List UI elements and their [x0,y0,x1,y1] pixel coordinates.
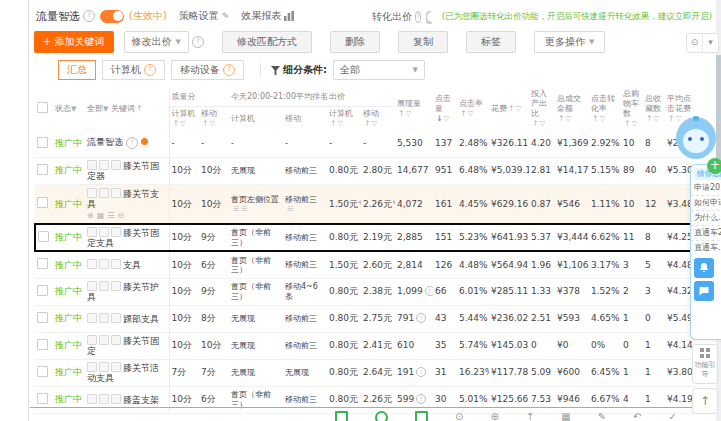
kw-quick-action-icon[interactable] [87,362,97,372]
col-cvr[interactable]: 点击转化率↑▽ [589,88,621,130]
info-icon[interactable]: ! [416,313,426,323]
help-icon[interactable]: ? [223,64,235,76]
faq-item[interactable]: 直通车…广计划? [691,240,721,255]
row-checkbox[interactable] [37,258,48,269]
col-cart[interactable]: 总购物车数↑▽ [621,88,643,130]
sort-icon[interactable]: ↑ [624,119,631,128]
filter-funnel-icon[interactable]: ▽ [540,120,545,128]
filter-select[interactable]: 全部▼ [333,60,425,80]
list-icon[interactable]: ☰ [241,205,247,213]
sort-icon[interactable]: ↑ [364,119,371,128]
sort-icon[interactable]: ↑ [592,114,599,123]
col-ctr[interactable]: 点击率↑▽ [457,88,489,130]
edit-icon[interactable]: ✎ [392,199,395,209]
tab-summary[interactable]: 汇总 [58,60,96,80]
conversion-bid-toggle[interactable] [426,11,433,24]
kw-quick-action-icon[interactable] [87,394,97,404]
sort-icon[interactable]: ↑ [508,104,515,113]
list-icon[interactable]: ☰ [107,211,117,220]
row-checkbox[interactable] [37,366,48,377]
keyword-name[interactable]: 膝关节固定支具 [87,228,159,248]
kw-quick-action-icon[interactable] [87,160,97,170]
keyword-name[interactable]: 膝关节护具 [87,282,159,302]
kw-quick-action-icon[interactable] [99,259,109,269]
tab-pc[interactable]: 计算机? [102,60,165,80]
kw-quick-action-icon[interactable] [99,394,109,404]
kw-quick-action-icon[interactable] [99,313,109,323]
filter-funnel-icon[interactable]: ▽ [632,120,637,128]
sort-icon[interactable]: ↑ [532,119,539,128]
cell-bid-mobile[interactable]: 2.75元 [361,305,395,332]
sort-icon[interactable]: ↑ [202,119,209,128]
kw-quick-action-icon[interactable] [99,160,109,170]
grid-icon[interactable]: ▦ [561,411,570,421]
add-icon[interactable]: ⊕ [490,411,498,421]
kw-quick-action-icon[interactable] [111,335,121,345]
cell-bid-pc[interactable]: 0.80元 [327,332,361,359]
filter-funnel-icon[interactable]: ▽ [600,115,605,123]
filter-funnel-icon[interactable]: ▽ [338,120,343,128]
cell-bid-pc[interactable]: 0.80元 [327,359,361,386]
list-icon[interactable]: ☰ [287,205,293,213]
faq-item[interactable]: 申请20… [691,181,721,195]
row-checkbox[interactable] [37,285,48,296]
row-checkbox[interactable] [37,164,48,175]
cell-bid-pc[interactable]: 0.80元 [327,305,361,332]
feature-guide-button[interactable]: 功能引导 [692,344,718,384]
cell-bid-mobile[interactable]: 2.80元 [361,157,395,184]
kw-quick-action-icon[interactable] [87,188,97,198]
help-icon[interactable]: ? [192,36,204,48]
kw-quick-action-icon[interactable] [111,281,121,291]
plus-badge-icon[interactable]: + [707,158,721,174]
keyword-name[interactable]: 膝关节活动支具 [87,363,159,383]
row-checkbox[interactable] [37,312,48,323]
info-icon[interactable]: ! [416,394,426,404]
copy-button[interactable]: 复制 [398,31,448,53]
kw-quick-action-icon[interactable] [111,259,121,269]
col-quality-pc[interactable]: 计算机↑▽ [169,107,199,130]
cell-bid-mobile[interactable]: 2.26元✎ [361,184,395,224]
faq-item[interactable]: 如何申请…图片功能 [691,195,721,210]
edit-icon[interactable]: ✎ [358,199,361,209]
row-checkbox[interactable] [37,339,48,350]
kw-quick-action-icon[interactable] [111,188,121,198]
minus-icon[interactable]: ⊖ [117,211,127,220]
kw-quick-action-icon[interactable] [87,313,97,323]
help-icon[interactable]: ? [415,11,421,23]
help-icon[interactable]: ? [83,10,95,22]
list-icon[interactable]: ☰ [233,205,239,213]
keyword-name[interactable]: 踝部支具 [123,314,159,324]
row-checkbox[interactable] [37,197,48,208]
cell-bid-mobile[interactable]: 2.38元 [361,278,395,305]
filter-funnel-icon[interactable]: ▽ [406,110,411,118]
cell-bid-pc[interactable]: 0.80元 [327,224,361,251]
pen-icon[interactable]: ✎ [598,411,606,421]
help-icon[interactable]: ? [126,137,138,149]
col-cost[interactable]: 花费↑▽ [489,88,529,130]
row-checkbox[interactable] [37,137,48,148]
sort-icon[interactable]: ↑ [646,114,653,123]
col-quality-mobile[interactable]: 移动↑▽ [199,107,229,130]
col-fav[interactable]: 总收藏数↑▽ [643,88,665,130]
add-icon[interactable]: ⊕ [87,211,97,220]
sort-icon[interactable]: ↑ [330,119,337,128]
sort-icon[interactable]: ↑ [173,119,180,128]
sort-icon[interactable]: ↑ [558,114,565,123]
select-all-checkbox[interactable] [37,102,48,113]
arrow-up-icon[interactable]: ↑ [526,411,534,421]
info-icon[interactable]: ! [425,286,433,296]
tab-mobile[interactable]: 移动设备? [171,60,244,80]
back-to-top-button[interactable]: ↑ [692,388,718,414]
chart-icon[interactable]: ▦ [97,211,108,220]
shape-square-icon[interactable] [415,411,428,421]
cell-bid-pc[interactable]: 1.50元 [327,251,361,278]
modify-bid-select[interactable]: 修改出价▼ [124,31,189,53]
notification-button[interactable] [694,258,714,278]
modify-match-button[interactable]: 修改匹配方式 [222,31,312,53]
col-bid-mobile[interactable]: 移动↑▽ [361,107,395,130]
row-checkbox[interactable] [38,231,49,242]
kw-quick-action-icon[interactable] [99,281,109,291]
effect-report-link[interactable]: 效果报表 [241,9,294,23]
kw-quick-action-icon[interactable] [87,281,97,291]
cell-bid-mobile[interactable]: 2.64元 [361,359,395,386]
